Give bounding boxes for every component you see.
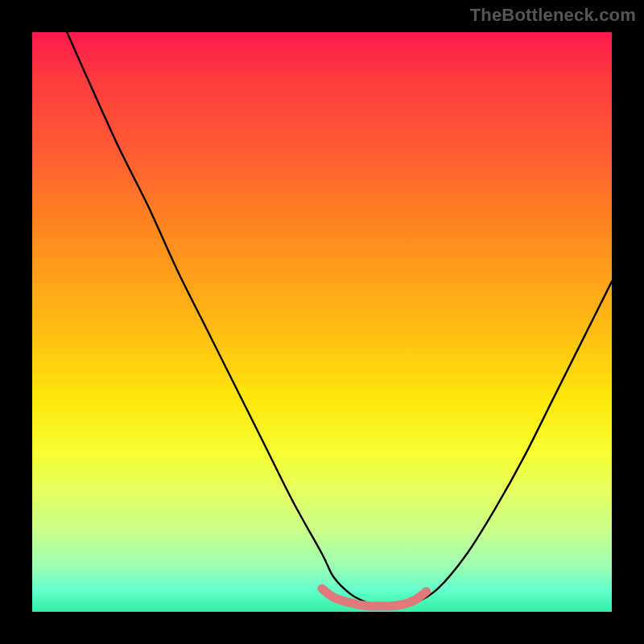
bottleneck-curve bbox=[67, 32, 612, 606]
plot-area bbox=[32, 32, 612, 612]
curve-layer bbox=[32, 32, 612, 612]
chart-frame: TheBottleneck.com bbox=[0, 0, 644, 644]
highlight-band bbox=[322, 588, 427, 606]
watermark-label: TheBottleneck.com bbox=[470, 5, 636, 26]
